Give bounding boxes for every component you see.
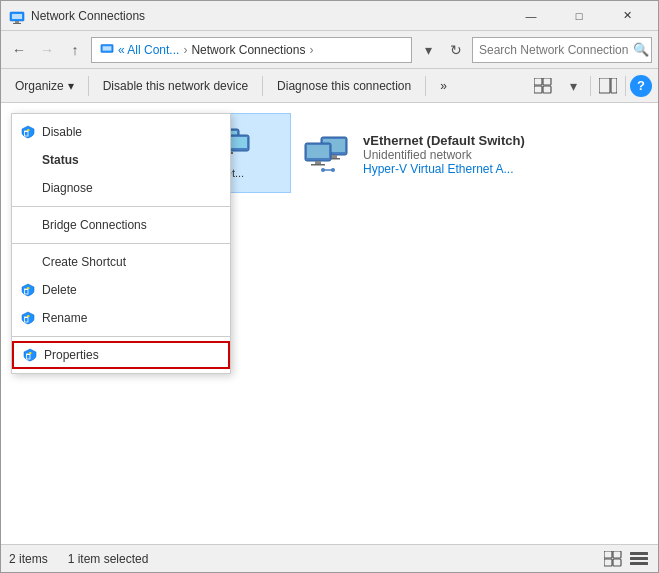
svg-rect-38 bbox=[613, 551, 621, 558]
close-button[interactable]: ✕ bbox=[604, 2, 650, 30]
menu-item-rename[interactable]: Rename bbox=[12, 304, 230, 332]
menu-item-delete[interactable]: Delete bbox=[12, 276, 230, 304]
svg-rect-31 bbox=[307, 145, 329, 158]
properties-label: Properties bbox=[44, 348, 99, 362]
svg-rect-33 bbox=[311, 164, 325, 166]
disable-shield-icon bbox=[20, 124, 36, 140]
toolbar: Organize ▾ Disable this network device D… bbox=[1, 69, 658, 103]
selected-count: 1 item selected bbox=[68, 552, 149, 566]
status-grid-view-button[interactable] bbox=[602, 549, 624, 569]
svg-rect-9 bbox=[543, 86, 551, 93]
more-label: » bbox=[440, 79, 447, 93]
refresh-button[interactable]: ↻ bbox=[444, 38, 468, 62]
item-count: 2 items bbox=[9, 552, 48, 566]
svg-rect-1 bbox=[12, 14, 22, 19]
vethernet-type: Hyper-V Virtual Ethernet A... bbox=[363, 162, 525, 176]
breadcrumb-allcont: « All Cont... bbox=[118, 43, 179, 57]
rename-shield-icon bbox=[20, 310, 36, 326]
svg-rect-3 bbox=[13, 23, 21, 24]
vethernet-status: Unidentified network bbox=[363, 148, 525, 162]
breadcrumb-network: Network Connections bbox=[191, 43, 305, 57]
svg-rect-28 bbox=[331, 155, 337, 158]
window-icon bbox=[9, 8, 25, 24]
svg-rect-39 bbox=[604, 559, 612, 566]
toolbar-separator-5 bbox=[625, 76, 626, 96]
svg-rect-41 bbox=[630, 552, 648, 555]
back-button[interactable]: ← bbox=[7, 38, 31, 62]
content-area: Net... Disable Status Diagnose bbox=[1, 103, 658, 544]
organize-chevron-icon: ▾ bbox=[68, 79, 74, 93]
status-view-buttons bbox=[602, 549, 650, 569]
svg-rect-43 bbox=[630, 562, 648, 565]
search-box[interactable]: 🔍 bbox=[472, 37, 652, 63]
toolbar-separator-2 bbox=[262, 76, 263, 96]
diagnose-label: Diagnose bbox=[42, 181, 93, 195]
breadcrumb-icon bbox=[100, 41, 114, 58]
vethernet-info: vEthernet (Default Switch) Unidentified … bbox=[363, 133, 525, 176]
toolbar-right: ▾ ? bbox=[530, 73, 652, 99]
menu-sep-1 bbox=[12, 206, 230, 207]
search-icon: 🔍 bbox=[633, 42, 649, 57]
up-button[interactable]: ↑ bbox=[63, 38, 87, 62]
svg-rect-40 bbox=[613, 559, 621, 566]
svg-rect-11 bbox=[611, 78, 617, 93]
more-button[interactable]: » bbox=[432, 73, 455, 99]
path-separator-1: › bbox=[183, 43, 187, 57]
disable-label: Disable bbox=[42, 125, 82, 139]
rename-label: Rename bbox=[42, 311, 87, 325]
svg-rect-10 bbox=[599, 78, 610, 93]
minimize-button[interactable]: — bbox=[508, 2, 554, 30]
address-path[interactable]: « All Cont... › Network Connections › bbox=[91, 37, 412, 63]
status-list-view-button[interactable] bbox=[628, 549, 650, 569]
organize-label: Organize bbox=[15, 79, 64, 93]
title-bar: Network Connections — □ ✕ bbox=[1, 1, 658, 31]
menu-item-bridge[interactable]: Bridge Connections bbox=[12, 211, 230, 239]
path-separator-2: › bbox=[309, 43, 313, 57]
svg-rect-6 bbox=[534, 78, 542, 85]
window-title: Network Connections bbox=[31, 9, 508, 23]
svg-rect-2 bbox=[15, 21, 19, 23]
svg-rect-17 bbox=[229, 137, 247, 148]
diagnose-button[interactable]: Diagnose this connection bbox=[269, 73, 419, 99]
svg-rect-5 bbox=[103, 46, 112, 50]
preview-pane-button[interactable] bbox=[595, 73, 621, 99]
menu-item-shortcut[interactable]: Create Shortcut bbox=[12, 248, 230, 276]
svg-rect-32 bbox=[315, 161, 321, 164]
menu-sep-3 bbox=[12, 336, 230, 337]
network-item-vethernet[interactable]: vEthernet (Default Switch) Unidentified … bbox=[291, 123, 537, 186]
menu-item-diagnose[interactable]: Diagnose bbox=[12, 174, 230, 202]
vethernet-name: vEthernet (Default Switch) bbox=[363, 133, 525, 148]
diagnose-label: Diagnose this connection bbox=[277, 79, 411, 93]
svg-rect-7 bbox=[543, 78, 551, 85]
status-bar: 2 items 1 item selected bbox=[1, 544, 658, 572]
organize-button[interactable]: Organize ▾ bbox=[7, 73, 82, 99]
view-options-button[interactable] bbox=[530, 73, 556, 99]
properties-shield-icon bbox=[22, 347, 38, 363]
toolbar-separator-1 bbox=[88, 76, 89, 96]
window-controls: — □ ✕ bbox=[508, 2, 650, 30]
toolbar-separator-3 bbox=[425, 76, 426, 96]
svg-rect-37 bbox=[604, 551, 612, 558]
shortcut-label: Create Shortcut bbox=[42, 255, 126, 269]
menu-item-disable[interactable]: Disable bbox=[12, 118, 230, 146]
toolbar-separator-4 bbox=[590, 76, 591, 96]
maximize-button[interactable]: □ bbox=[556, 2, 602, 30]
bridge-label: Bridge Connections bbox=[42, 218, 147, 232]
delete-label: Delete bbox=[42, 283, 77, 297]
menu-item-properties[interactable]: Properties bbox=[12, 341, 230, 369]
disable-label: Disable this network device bbox=[103, 79, 248, 93]
dropdown-button[interactable]: ▾ bbox=[416, 38, 440, 62]
forward-button[interactable]: → bbox=[35, 38, 59, 62]
address-bar: ← → ↑ « All Cont... › Network Connection… bbox=[1, 31, 658, 69]
svg-rect-8 bbox=[534, 86, 542, 93]
delete-shield-icon bbox=[20, 282, 36, 298]
disable-button[interactable]: Disable this network device bbox=[95, 73, 256, 99]
help-button[interactable]: ? bbox=[630, 75, 652, 97]
context-menu: Disable Status Diagnose Bridge Connectio… bbox=[11, 113, 231, 374]
vethernet-icon bbox=[303, 135, 353, 175]
svg-rect-42 bbox=[630, 557, 648, 560]
view-dropdown-button[interactable]: ▾ bbox=[560, 73, 586, 99]
menu-sep-2 bbox=[12, 243, 230, 244]
menu-item-status[interactable]: Status bbox=[12, 146, 230, 174]
search-input[interactable] bbox=[479, 43, 629, 57]
